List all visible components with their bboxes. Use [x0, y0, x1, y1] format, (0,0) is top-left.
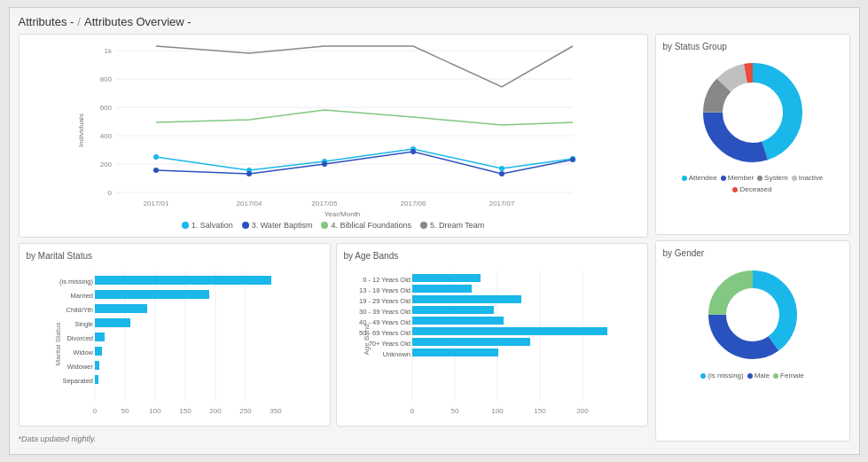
svg-text:250: 250 — [239, 407, 252, 415]
svg-text:0: 0 — [410, 407, 414, 415]
main-content: 1k 800 600 400 200 0 Individuals 2017/01… — [19, 34, 850, 442]
system-label: System — [764, 174, 788, 182]
legend-inactive: Inactive — [792, 174, 824, 182]
salvation-label: 1. Salvation — [192, 221, 233, 230]
breadcrumb-parent: Attributes - — [19, 15, 74, 28]
svg-text:Child/Yth: Child/Yth — [66, 306, 92, 314]
bar-married — [95, 290, 209, 299]
line-chart-card: 1k 800 600 400 200 0 Individuals 2017/01… — [19, 34, 648, 238]
svg-text:Single: Single — [74, 320, 93, 328]
status-donut-legend: Attendee Member System Inactive — [663, 174, 842, 193]
status-donut-container: Attendee Member System Inactive — [663, 55, 842, 193]
svg-rect-71 — [412, 295, 521, 303]
dream-team-label: 5. Dream Team — [430, 221, 484, 230]
bar-missing — [95, 276, 271, 285]
status-chart-card: by Status Group — [655, 34, 850, 235]
svg-text:2017/01: 2017/01 — [143, 200, 168, 208]
svg-text:0: 0 — [92, 407, 97, 415]
svg-point-30 — [570, 157, 575, 162]
bar-single — [95, 318, 130, 327]
legend-missing-gender: (is missing) — [700, 372, 743, 380]
marital-chart-title: by Marital Status — [27, 251, 323, 261]
svg-rect-77 — [412, 327, 607, 335]
dream-team-dot — [420, 222, 427, 229]
svg-text:0 - 12 Years Old: 0 - 12 Years Old — [363, 276, 411, 284]
svg-text:200: 200 — [576, 407, 589, 415]
svg-point-23 — [499, 166, 504, 171]
breadcrumb-separator: / — [77, 15, 81, 28]
svg-text:2017/05: 2017/05 — [311, 200, 337, 208]
water-baptism-line — [156, 152, 573, 174]
dream-team-line — [156, 46, 573, 87]
legend-attendee: Attendee — [682, 174, 717, 182]
svg-text:Widower: Widower — [66, 363, 93, 371]
gender-donut-container: (is missing) Male Female — [663, 262, 842, 380]
svg-text:350: 350 — [270, 407, 282, 415]
status-donut-svg — [695, 55, 810, 170]
line-chart-svg: 1k 800 600 400 200 0 Individuals 2017/01… — [27, 42, 640, 219]
svg-text:Year/Month: Year/Month — [324, 210, 360, 218]
legend-dream-team: 5. Dream Team — [420, 221, 484, 230]
svg-text:100: 100 — [149, 407, 161, 415]
breadcrumb: Attributes - / Attributes Overview - — [19, 15, 850, 28]
svg-point-27 — [322, 161, 327, 167]
svg-text:1k: 1k — [104, 47, 112, 55]
gender-chart-card: by Gender (is missing) — [655, 240, 850, 442]
svg-text:Divorced: Divorced — [66, 334, 93, 342]
svg-text:(is missing): (is missing) — [59, 278, 93, 286]
salvation-dot — [182, 222, 189, 229]
biblical-line — [156, 110, 573, 125]
gender-chart-title: by Gender — [663, 248, 842, 258]
svg-point-25 — [153, 168, 159, 173]
svg-point-91 — [728, 290, 778, 340]
marital-bar-chart: Marital Status 0 50 100 150 200 250 350 … — [27, 264, 323, 415]
legend-biblical: 4. Biblical Foundations — [321, 221, 411, 230]
svg-text:0: 0 — [107, 189, 112, 197]
female-dot — [773, 373, 778, 379]
svg-rect-67 — [412, 274, 481, 282]
system-dot — [757, 176, 762, 181]
deceased-dot — [732, 187, 738, 192]
svg-point-29 — [499, 171, 504, 176]
salvation-line — [156, 149, 573, 170]
svg-point-19 — [153, 154, 159, 160]
gender-donut-legend: (is missing) Male Female — [700, 372, 803, 380]
svg-text:600: 600 — [99, 104, 112, 112]
breadcrumb-current: Attributes Overview - — [84, 15, 192, 28]
member-dot — [721, 176, 726, 181]
bottom-charts: by Marital Status Marital Status 0 50 10… — [19, 243, 648, 427]
bar-widower — [95, 361, 99, 370]
svg-text:2017/07: 2017/07 — [489, 200, 514, 208]
left-panel: 1k 800 600 400 200 0 Individuals 2017/01… — [19, 34, 648, 442]
svg-text:100: 100 — [491, 407, 504, 415]
svg-text:400: 400 — [99, 132, 112, 140]
missing-gender-label: (is missing) — [708, 372, 743, 380]
bar-childyth — [95, 304, 147, 313]
marital-chart-card: by Marital Status Marital Status 0 50 10… — [19, 243, 331, 427]
attendee-dot — [682, 176, 687, 181]
female-label: Female — [780, 372, 804, 380]
svg-text:50: 50 — [450, 407, 458, 415]
water-baptism-label: 3. Water Baptism — [252, 221, 313, 230]
missing-gender-dot — [700, 373, 706, 379]
status-chart-title: by Status Group — [663, 42, 842, 51]
svg-text:Marital Status: Marital Status — [54, 323, 62, 366]
right-panel: by Status Group — [655, 34, 850, 442]
svg-rect-69 — [412, 285, 472, 293]
svg-rect-81 — [412, 348, 498, 356]
legend-female: Female — [773, 372, 804, 380]
legend-male: Male — [747, 372, 770, 380]
bar-widow — [95, 347, 102, 356]
svg-rect-73 — [412, 306, 494, 314]
dashboard: Attributes - / Attributes Overview - — [9, 7, 860, 455]
male-dot — [747, 373, 753, 379]
age-chart-title: by Age Bands — [344, 251, 640, 261]
bar-divorced — [95, 333, 105, 341]
legend-water-baptism: 3. Water Baptism — [242, 221, 313, 230]
svg-text:200: 200 — [99, 161, 112, 168]
legend-salvation: 1. Salvation — [182, 221, 233, 230]
line-chart-legend: 1. Salvation 3. Water Baptism 4. Biblica… — [27, 221, 640, 230]
deceased-label: Deceased — [739, 185, 771, 193]
biblical-label: 4. Biblical Foundations — [331, 221, 411, 230]
biblical-dot — [321, 222, 328, 229]
